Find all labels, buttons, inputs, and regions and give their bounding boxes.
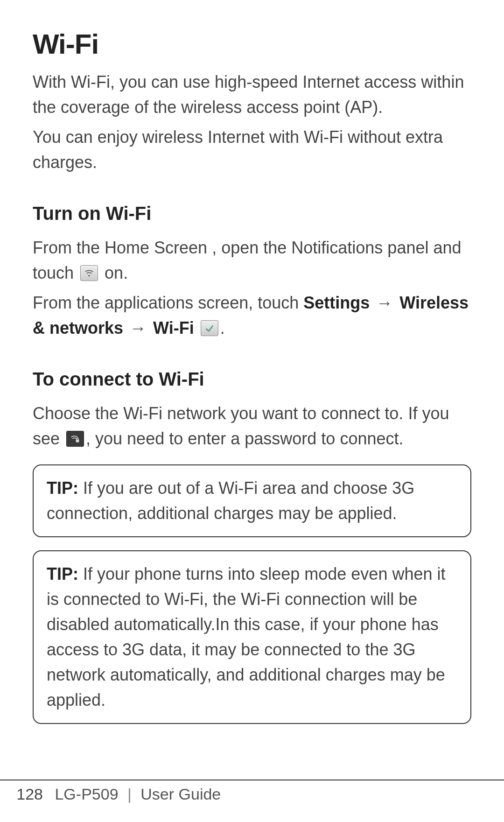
section-heading-turn-on: Turn on Wi-Fi (33, 203, 471, 224)
tip-text: If your phone turns into sleep mode even… (47, 564, 445, 710)
tip-label: TIP: (47, 478, 78, 498)
page-number: 128 (4, 785, 50, 803)
device-model: LG-P509 (55, 785, 118, 803)
connect-paragraph: Choose the Wi-Fi network you want to con… (33, 401, 471, 451)
wifi-toggle-icon (80, 265, 98, 281)
turn-on-step-1: From the Home Screen , open the Notifica… (33, 235, 471, 286)
menu-path-wifi: Wi-Fi (153, 318, 194, 337)
manual-page: Wi-Fi With Wi-Fi, you can use high-speed… (0, 0, 504, 822)
svg-point-0 (88, 275, 90, 277)
wifi-lock-icon (66, 431, 84, 447)
text-fragment: , you need to enter a password to connec… (86, 429, 403, 448)
menu-path-settings: Settings (303, 293, 370, 312)
page-footer: 128 LG-P509 | User Guide (0, 780, 504, 803)
checkmark-icon (201, 320, 218, 336)
tip-box-1: TIP: If you are out of a Wi-Fi area and … (33, 464, 471, 537)
text-fragment: From the applications screen, touch (33, 293, 303, 312)
tip-label: TIP: (47, 564, 78, 583)
page-title: Wi-Fi (33, 28, 471, 60)
svg-rect-1 (76, 440, 79, 443)
text-fragment: . (220, 318, 225, 337)
tip-text: If you are out of a Wi-Fi area and choos… (47, 478, 414, 523)
section-heading-connect: To connect to Wi-Fi (33, 369, 471, 390)
arrow-icon: → (374, 290, 395, 316)
intro-paragraph-2: You can enjoy wireless Internet with Wi-… (33, 125, 471, 175)
tip-box-2: TIP: If your phone turns into sleep mode… (33, 550, 471, 724)
intro-paragraph-1: With Wi-Fi, you can use high-speed Inter… (33, 70, 471, 120)
text-fragment: on. (105, 263, 128, 282)
doc-title: User Guide (140, 785, 221, 803)
footer-divider: | (123, 785, 136, 803)
turn-on-step-2: From the applications screen, touch Sett… (33, 290, 471, 341)
arrow-icon: → (128, 316, 148, 341)
